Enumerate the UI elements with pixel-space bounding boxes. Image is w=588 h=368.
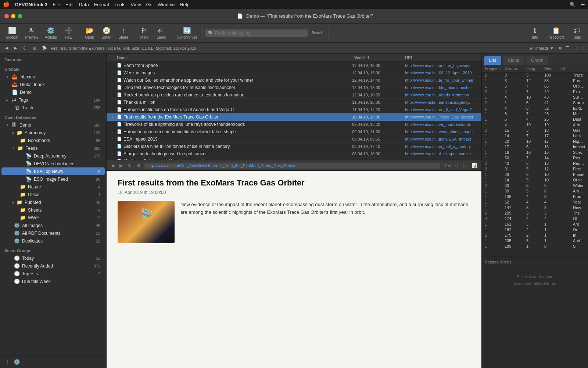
pubmed-disclosure-icon[interactable]: ▶ [12,201,14,204]
word-table-row[interactable]: 1 4 10 19 Atmosphere [482,122,588,128]
sidebar-item-esa-top-news[interactable]: 📡 ESA Top News 6 [1,167,105,175]
word-table-row[interactable]: 1 197 2 1 On [482,227,588,233]
preview-button[interactable]: 👁 Preview [22,25,41,41]
word-table-row[interactable]: 1 62 4 4 Year [482,199,588,205]
word-table-row[interactable]: 2 15 3 18 Gas [482,128,588,133]
file-row[interactable]: ○ 📄 ESA Impact 2019 09.04.19, 09:55 http… [107,135,481,143]
disclosure-icon[interactable]: ▼ [6,75,9,79]
url-input[interactable] [144,163,440,169]
menu-toggle-icon[interactable]: ☰ [581,2,585,7]
url-settings-button[interactable]: ⚙ [135,162,142,169]
go-menu[interactable]: Go [146,2,152,7]
fullscreen-button[interactable] [18,14,22,18]
search-bar[interactable]: 🔍 [205,29,308,37]
sidebar-item-duplicates[interactable]: ⚙️ Duplicates 22 [1,237,105,245]
prev-page-button[interactable]: ◀ [110,162,116,169]
file-row[interactable]: ○ 📄 Stargazing technology used to spot c… [107,150,481,158]
file-row[interactable]: ○ 📄 Glaciers lose nine trillion tonnes o… [107,143,481,150]
col-header-name[interactable]: Name [117,56,354,60]
col-header-url[interactable]: URL [405,56,478,60]
sidebar-item-all-pdf[interactable]: ⚙️ All PDF Documents 13 [1,229,105,237]
sidebar-item-astronomy[interactable]: ▶ 📁 Astronomy 139 [1,129,105,137]
file-row[interactable]: 📄 Watch our Galileo smartphone app award… [107,77,481,84]
share-button[interactable]: ↑ Share [115,25,132,41]
sidebar-item-demo-db[interactable]: ▼ 🗄 Demo 683 [1,121,105,129]
column-view-icon[interactable]: ⊟ [572,45,578,51]
file-row[interactable]: 📄 Europe's institutions on their use of … [107,106,481,113]
search-icon[interactable]: 🔍 [570,2,576,7]
word-table-row[interactable]: 2 30 5 9 Water [482,183,588,188]
sidebar-item-eso-image[interactable]: 📡 ESO Image Feed 90 [1,175,105,183]
tab-graph[interactable]: Graph [526,56,548,65]
word-table-row[interactable]: 1 189 1 0 S [482,244,588,249]
help-menu[interactable]: Help [180,2,190,7]
new-button[interactable]: ➕ New [61,25,77,41]
sidebar-settings-button[interactable]: ⚙️ [13,358,21,365]
reload-button[interactable]: ↻ [126,162,133,169]
word-table-row[interactable]: 1 17 6 16 Impact [482,144,588,150]
sidebar-item-demo-inbox[interactable]: 📄 Demo [1,88,105,96]
actions-button[interactable]: ⚙️ Actions [42,25,60,41]
open-button[interactable]: 📂 Open [82,25,98,41]
grid-view-icon[interactable]: ⊞ [557,45,564,51]
minimize-button[interactable] [11,14,15,18]
tools-menu[interactable]: Tools [114,2,125,7]
chart-icon[interactable]: 📊 [470,162,478,169]
file-row[interactable]: 📄 Rocket break-up provides rare chance t… [107,91,481,99]
sidebar-item-nature[interactable]: 📁 Nature 4 [1,183,105,191]
word-table-row[interactable]: 1 3 12 83 Encompassing [482,78,588,84]
file-menu[interactable]: File [53,2,60,7]
tags-button[interactable]: 🏷 Tags [569,25,585,41]
sidebar-item-devontech[interactable]: 📡 DEVONtechnologies... [1,160,105,167]
word-table-row[interactable]: 1 50 7 14 Results [482,155,588,161]
sidebar-item-today[interactable]: 🕐 Today 15 [1,254,105,262]
word-table-row[interactable]: 2 1 5 41 Storm [482,100,588,106]
inspectors-button[interactable]: 📋 Inspectors [545,25,567,41]
info-button[interactable]: ℹ Info [527,25,543,41]
sidebar-item-sheets[interactable]: 📁 Sheets 4 [1,206,105,214]
sidebar-item-recently-added[interactable]: 🕐 Recently Added 879 [1,262,105,270]
data-menu[interactable]: Data [79,2,89,7]
sidebar-item-pubmed[interactable]: ▶ 📁 PubMed 40 [1,198,105,206]
back-button[interactable]: ◀ [3,45,10,51]
word-table-row[interactable]: 6 209 3 3 The [482,210,588,216]
sidebar-item-all-images[interactable]: ⚙️ All Images 45 [1,222,105,229]
layers-button[interactable]: ⬡ [21,45,29,51]
word-table-row[interactable]: 1 16 10 16 Scientific [482,150,588,155]
feeds-disclosure-icon[interactable]: ▼ [12,146,15,150]
tab-list[interactable]: List [484,56,501,65]
synchronize-button[interactable]: 🔄 Synchronize [174,25,200,41]
file-row[interactable]: 📄 Week in images 12.04.19, 15:00 http://… [107,69,481,77]
sidebar-item-inboxes[interactable]: ▼ 📥 Inboxes [1,73,105,81]
tab-cloud[interactable]: Cloud [503,56,524,65]
astronomy-disclosure-icon[interactable]: ▶ [12,131,14,135]
sidebar-item-office[interactable]: 📁 Office 1 [1,191,105,198]
word-table-row[interactable]: 1 161 3 1 Are [482,222,588,227]
word-table-row[interactable]: 2 179 2 1 In [482,233,588,238]
col-header-modified[interactable]: Modified [354,56,405,60]
word-table-row[interactable]: 2 3 5 100 Trace [482,72,588,78]
file-row[interactable]: ● 📄 First results from the ExoMars Trace… [107,113,481,121]
word-table-row[interactable]: 1 39 5 8 Among [482,188,588,194]
apple-menu[interactable]: 🍎 [3,1,10,8]
sidebar-item-due-this-week[interactable]: 🕐 Due this Week [1,277,105,285]
sidebar-item-deep-astronomy[interactable]: 📡 Deep Astronomy 675 [1,152,105,160]
next-page-button[interactable]: ▶ [118,162,124,169]
edit-menu[interactable]: Edit [65,2,74,7]
word-table-row[interactable]: 1 20 10 17 Highlights [482,139,588,144]
cover-flow-icon[interactable]: ⊡ [579,45,585,51]
nav-right-icon[interactable]: ▷ [462,162,468,169]
safari-button[interactable]: 🧭 Safari [98,25,115,41]
file-row[interactable]: 📄 Drop test proves technologies for reus… [107,84,481,91]
app-menu[interactable]: DEVONthink 3 [15,2,47,7]
word-table-row[interactable]: 1 4 8 32 Evidence [482,106,588,111]
sidebar-item-tags[interactable]: ▶ 🏷 Tags 184 [1,96,105,104]
file-row[interactable]: ○ 📄 European quantum communications netw… [107,128,481,135]
sidebar-item-feeds[interactable]: ▼ 📁 Feeds 683 [1,144,105,152]
word-table-row[interactable]: 4 174 2 2 Of [482,216,588,222]
view-menu[interactable]: View [130,2,141,7]
sidebar-button[interactable]: ⬜ Sidebar [3,25,21,41]
search-input[interactable] [215,31,305,36]
word-table-row[interactable]: 2 4 7 49 Exomars [482,89,588,95]
format-menu[interactable]: Format [94,2,109,7]
